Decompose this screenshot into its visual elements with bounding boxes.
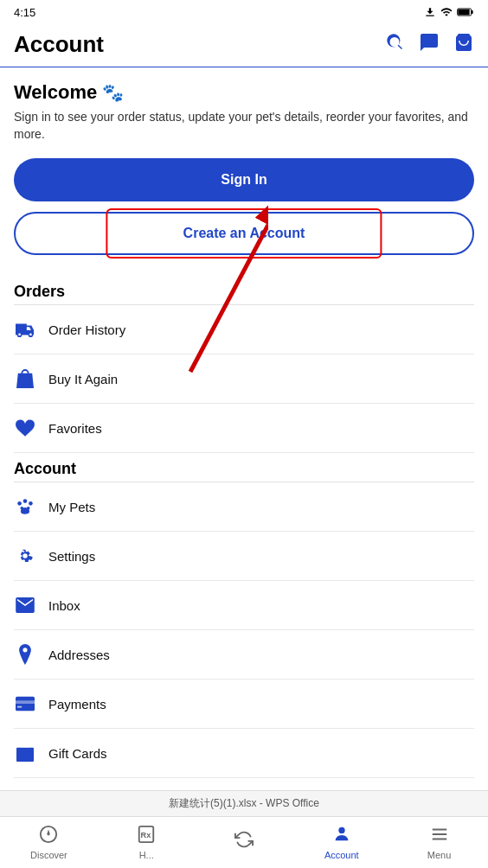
- welcome-text: Welcome: [14, 81, 97, 104]
- account-section-header: Account: [14, 453, 474, 482]
- payments-icon: [14, 692, 36, 715]
- svg-point-5: [17, 501, 22, 506]
- menu-item-order-history[interactable]: Order History: [14, 305, 474, 354]
- inbox-label: Inbox: [48, 598, 80, 613]
- header-actions: [384, 32, 474, 58]
- orders-section-header: Orders: [14, 276, 474, 304]
- wps-notification-bar: 新建统计(5)(1).xlsx - WPS Office: [0, 790, 488, 816]
- chat-icon[interactable]: [419, 32, 440, 58]
- order-history-label: Order History: [48, 322, 125, 337]
- svg-point-7: [29, 501, 33, 506]
- create-account-button[interactable]: Create an Account: [14, 212, 474, 255]
- page-title: Account: [14, 31, 104, 58]
- menu-item-settings[interactable]: Settings: [14, 532, 474, 581]
- inbox-icon: [14, 594, 36, 616]
- svg-rect-14: [16, 748, 34, 752]
- paw-icon: [14, 495, 36, 518]
- create-account-wrapper: Create an Account: [14, 212, 474, 255]
- sign-in-button[interactable]: Sign In: [14, 158, 474, 201]
- menu-item-gift-cards[interactable]: Gift Cards: [14, 729, 474, 778]
- nav-account[interactable]: Account: [292, 820, 390, 865]
- nav-reorder[interactable]: [196, 825, 293, 860]
- svg-rect-11: [16, 701, 35, 705]
- gift-cards-label: Gift Cards: [48, 746, 107, 761]
- nav-health[interactable]: Rx H...: [98, 820, 196, 865]
- menu-item-buy-it-again[interactable]: Buy It Again: [14, 354, 474, 404]
- account-section: Account My Pets Settings: [14, 453, 474, 827]
- header: Account: [0, 24, 488, 67]
- menu-item-inbox[interactable]: Inbox: [14, 581, 474, 630]
- account-nav-label: Account: [324, 850, 359, 860]
- favorites-label: Favorites: [48, 421, 102, 436]
- svg-text:Rx: Rx: [141, 831, 152, 839]
- orders-section: Orders Order History Buy It Again: [14, 276, 474, 453]
- status-time: 4:15: [14, 6, 35, 19]
- heart-icon: [14, 417, 36, 439]
- settings-label: Settings: [48, 549, 95, 564]
- svg-point-21: [338, 827, 344, 833]
- svg-rect-2: [458, 10, 469, 16]
- health-nav-label: H...: [139, 850, 154, 860]
- payments-label: Payments: [48, 697, 106, 712]
- svg-rect-12: [17, 706, 22, 708]
- my-pets-label: My Pets: [48, 500, 95, 514]
- account-menu-list: My Pets Settings Inbox: [14, 482, 474, 827]
- menu-nav-label: Menu: [427, 850, 452, 860]
- status-icons: [424, 6, 474, 18]
- rx-nav-icon: Rx: [137, 825, 156, 848]
- bag-icon: [14, 367, 36, 390]
- svg-rect-1: [472, 10, 473, 14]
- svg-point-6: [23, 499, 28, 503]
- svg-marker-18: [48, 830, 51, 836]
- download-icon: [424, 6, 436, 18]
- nav-menu[interactable]: Menu: [390, 820, 488, 865]
- battery-icon: [457, 7, 474, 17]
- welcome-heading: Welcome 🐾: [14, 81, 474, 104]
- address-icon: [14, 643, 36, 666]
- gift-cards-icon: [14, 742, 36, 764]
- compass-icon: [39, 825, 58, 848]
- menu-item-payments[interactable]: Payments: [14, 680, 474, 729]
- menu-item-favorites[interactable]: Favorites: [14, 404, 474, 453]
- paw-emoji: 🐾: [102, 82, 124, 103]
- menu-icon: [430, 825, 449, 848]
- menu-item-my-pets[interactable]: My Pets: [14, 482, 474, 532]
- orders-menu-list: Order History Buy It Again Favorites: [14, 304, 474, 453]
- wps-bar-text: 新建统计(5)(1).xlsx - WPS Office: [169, 797, 319, 809]
- bottom-navigation: Discover Rx H... Account Menu: [0, 816, 488, 868]
- refresh-icon: [234, 830, 254, 853]
- addresses-label: Addresses: [48, 648, 110, 662]
- truck-icon: [14, 318, 36, 341]
- welcome-description: Sign in to see your order status, update…: [14, 109, 474, 143]
- svg-rect-13: [16, 750, 34, 762]
- menu-item-addresses[interactable]: Addresses: [14, 630, 474, 680]
- search-icon[interactable]: [384, 32, 405, 58]
- person-icon: [332, 825, 351, 848]
- main-content: Welcome 🐾 Sign in to see your order stat…: [0, 67, 488, 868]
- cart-icon[interactable]: [453, 32, 474, 58]
- discover-nav-label: Discover: [30, 850, 67, 860]
- settings-icon: [14, 545, 36, 567]
- status-bar: 4:15: [0, 0, 488, 24]
- buy-it-again-label: Buy It Again: [48, 372, 118, 386]
- nav-discover[interactable]: Discover: [0, 820, 98, 865]
- wifi-icon: [440, 6, 453, 18]
